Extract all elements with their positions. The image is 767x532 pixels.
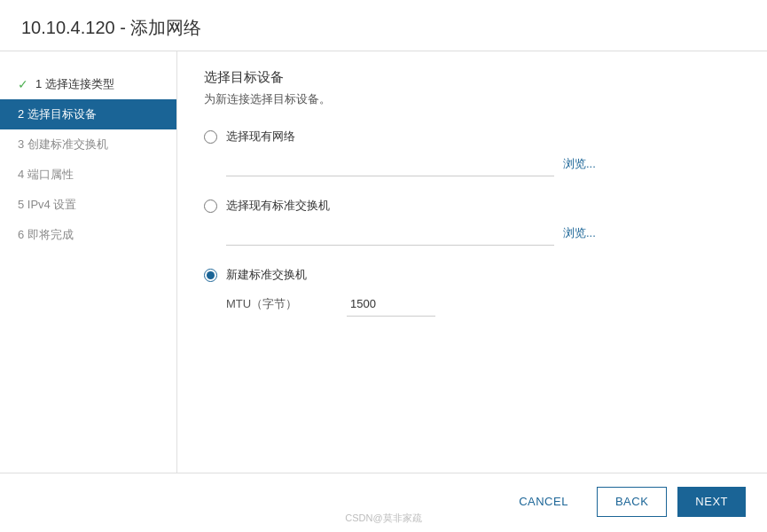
sidebar-item-step4: 4 端口属性 <box>0 160 176 190</box>
check-icon-step1: ✓ <box>18 77 28 91</box>
option-label-existing-network[interactable]: 选择现有网络 <box>226 129 295 145</box>
sidebar-item-step1: ✓ 1 选择连接类型 <box>0 69 176 99</box>
panel-description: 为新连接选择目标设备。 <box>204 91 740 107</box>
sidebar-item-step6: 6 即将完成 <box>0 220 176 250</box>
option-group-2: 选择现有标准交换机 浏览... <box>204 198 740 246</box>
next-button[interactable]: NEXT <box>677 487 746 517</box>
sidebar: ✓ 1 选择连接类型 2 选择目标设备 3 创建标准交换机 4 端口属性 5 I… <box>0 51 177 473</box>
main-panel: 选择目标设备 为新连接选择目标设备。 选择现有网络 浏览... 选择现有标准交换… <box>177 51 767 473</box>
mtu-row: MTU（字节） <box>226 292 740 317</box>
browse-button-1[interactable]: 浏览... <box>563 156 596 172</box>
browse-button-2[interactable]: 浏览... <box>563 225 596 241</box>
cancel-button[interactable]: CANCEL <box>501 487 586 517</box>
sidebar-label-step3: 3 创建标准交换机 <box>18 137 108 153</box>
option-group-3: 新建标准交换机 MTU（字节） <box>204 267 740 317</box>
sidebar-item-step3: 3 创建标准交换机 <box>0 129 176 160</box>
radio-existing-switch[interactable] <box>204 200 217 213</box>
radio-existing-network[interactable] <box>204 130 217 144</box>
back-button[interactable]: BACK <box>597 487 667 517</box>
page-title: 10.10.4.120 - 添加网络 <box>21 18 201 37</box>
main-content: ✓ 1 选择连接类型 2 选择目标设备 3 创建标准交换机 4 端口属性 5 I… <box>0 51 767 473</box>
option-row-2: 选择现有标准交换机 <box>204 198 740 214</box>
watermark: CSDN@莫非家疏 <box>345 512 421 525</box>
existing-switch-input[interactable] <box>226 221 554 246</box>
option-label-new-switch[interactable]: 新建标准交换机 <box>226 267 307 283</box>
option-group-1: 选择现有网络 浏览... <box>204 129 740 176</box>
mtu-input[interactable] <box>347 292 435 317</box>
sidebar-label-step6: 6 即将完成 <box>18 227 74 243</box>
option-row-1: 选择现有网络 <box>204 129 740 145</box>
sidebar-label-step1: 1 选择连接类型 <box>35 76 114 92</box>
sidebar-item-step2[interactable]: 2 选择目标设备 <box>0 99 176 129</box>
panel-title: 选择目标设备 <box>204 69 740 86</box>
existing-network-input[interactable] <box>226 152 554 176</box>
sidebar-item-step5: 5 IPv4 设置 <box>0 190 176 220</box>
sidebar-label-step4: 4 端口属性 <box>18 167 74 183</box>
existing-switch-input-row: 浏览... <box>226 221 740 246</box>
existing-network-input-row: 浏览... <box>226 152 740 176</box>
title-bar: 10.10.4.120 - 添加网络 <box>0 0 767 51</box>
sidebar-label-step5: 5 IPv4 设置 <box>18 197 76 213</box>
mtu-label: MTU（字节） <box>226 296 333 312</box>
option-row-3: 新建标准交换机 <box>204 267 740 283</box>
sidebar-label-step2: 2 选择目标设备 <box>18 106 97 122</box>
radio-new-switch[interactable] <box>204 269 217 282</box>
option-label-existing-switch[interactable]: 选择现有标准交换机 <box>226 198 330 214</box>
